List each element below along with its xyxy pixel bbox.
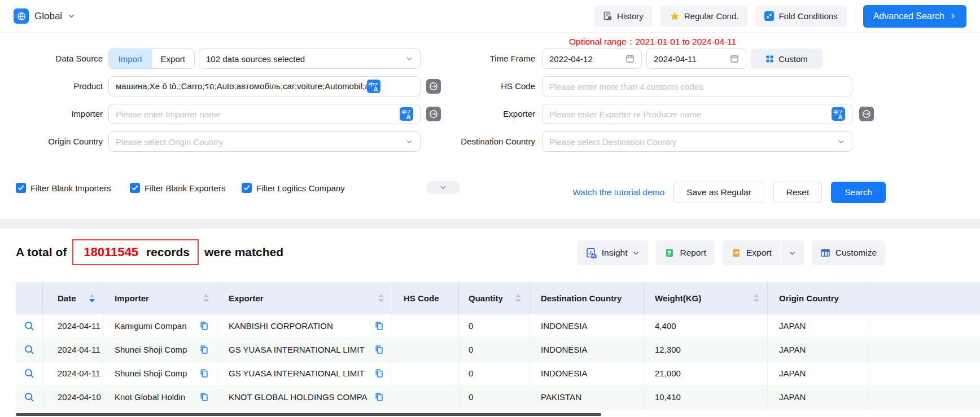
cell-exporter: KANBISHI CORPORATION [217,314,392,337]
copy-icon[interactable] [199,345,209,354]
cell-quantity: 0 [459,362,530,385]
customize-columns-icon [820,248,830,258]
copy-icon[interactable] [374,392,384,402]
history-button[interactable]: History [594,6,653,27]
region-selector[interactable]: Global [14,8,75,24]
translate-icon[interactable]: 中A [832,107,845,121]
copy-icon[interactable] [199,392,209,402]
exporter-match-mode-button[interactable] [859,107,874,121]
row-detail-button[interactable] [24,344,35,355]
globe-icon [14,8,29,24]
cell-importer: Shunei Shoji Comp [103,338,217,361]
cell-destination-country: PAKISTAN [530,385,644,409]
product-input[interactable]: машина;Xe ô tô.;Carro;รถ;Auto;автомобіль… [108,76,421,96]
search-button[interactable]: Search [831,182,886,203]
data-sources-select[interactable]: 102 data sources selected [199,49,421,69]
exporter-name[interactable]: KANBISHI CORPORATION [229,321,333,331]
importer-name[interactable]: Shunei Shoji Comp [115,368,187,378]
cell-origin-country: JAPAN [768,385,869,409]
top-actions: History Regular Cond. Fold Conditions Ad… [594,5,966,28]
calendar-icon [625,54,635,63]
row-detail-button[interactable] [24,392,35,403]
advanced-search-button[interactable]: Advanced Search [863,5,966,28]
importer-name[interactable]: Knot Global Holdin [115,392,185,402]
copy-icon[interactable] [199,321,209,331]
cell-detail [16,338,43,361]
cell-weight: 10,410 [644,385,768,409]
importer-label: Importer [0,104,103,124]
sort-icons[interactable] [754,294,759,302]
destination-country-select[interactable]: Please select Destination Country [542,131,852,152]
translate-icon[interactable]: 中A [367,80,380,93]
cell-destination-country: INDONESIA [530,362,644,385]
tab-export[interactable]: Export [152,49,195,68]
filter-blank-exporters[interactable]: Filter Blank Exporters [130,181,225,195]
reset-button[interactable]: Reset [773,182,823,203]
export-button[interactable]: Export [723,240,780,265]
cell-date: 2024-04-10 [43,385,103,409]
checkbox-checked-icon[interactable] [242,183,252,193]
cell-filler [869,314,980,337]
row-detail-button[interactable] [24,368,35,379]
header-weight[interactable]: Weight(KG) [644,282,768,314]
export-button-group: Export [723,240,804,265]
export-icon [731,248,741,258]
exporter-name[interactable]: GS YUASA INTERNATIONAL LIMIT [229,368,365,378]
header-importer[interactable]: Importer [103,282,217,314]
checkbox-checked-icon[interactable] [130,183,140,193]
exporter-name[interactable]: KNOT GLOBAL HOLDINGS COMPA [229,392,368,402]
horizontal-scrollbar-thumb[interactable] [16,413,601,416]
table-row: 2024-04-11 Shunei Shoji Comp GS YUASA IN… [16,338,980,362]
header-date[interactable]: Date [43,282,103,314]
tab-import[interactable]: Import [109,49,152,68]
copy-icon[interactable] [374,368,384,378]
copy-icon[interactable] [374,321,384,331]
exporter-name[interactable]: GS YUASA INTERNATIONAL LIMIT [229,345,365,354]
report-button[interactable]: Report [656,240,715,265]
copy-icon[interactable] [199,368,209,378]
row-detail-button[interactable] [24,321,35,332]
regular-cond-button[interactable]: Regular Cond. [660,6,748,27]
form-actions: Watch the tutorial demo Save as Regular … [572,182,886,203]
hs-code-label: HS Code [395,76,535,96]
sort-icons[interactable] [378,294,384,302]
chevron-down-icon [632,249,640,257]
end-date-input[interactable]: 2024-04-11 [646,49,746,69]
tutorial-demo-link[interactable]: Watch the tutorial demo [572,187,664,197]
save-as-regular-button[interactable]: Save as Regular [673,182,764,203]
expand-conditions-button[interactable] [426,181,460,194]
time-frame-label: Time Frame [395,49,535,69]
summary-prefix: A total of [16,245,67,259]
cell-quantity: 0 [459,338,530,361]
table-row: 2024-04-11 Shunei Shoji Comp GS YUASA IN… [16,362,980,385]
start-date-input[interactable]: 2022-04-12 [542,49,642,69]
copy-icon[interactable] [374,345,384,354]
cell-importer: Kamigumi Compan [103,314,217,337]
importer-name[interactable]: Kamigumi Compan [115,321,187,331]
header-quantity[interactable]: Quantity [459,282,530,314]
cell-filler [869,362,980,385]
export-menu-button[interactable] [781,240,804,265]
custom-range-button[interactable]: Custom [751,49,823,69]
sort-icons[interactable] [515,294,521,302]
insight-button[interactable]: BI Insight [578,240,649,265]
sort-icons[interactable] [89,294,95,302]
fold-conditions-button[interactable]: Fold Conditions [755,6,846,27]
header-exporter[interactable]: Exporter [217,282,392,314]
table-row: 2024-04-10 Knot Global Holdin KNOT GLOBA… [16,385,980,409]
record-count: 18011545 [84,245,138,260]
filter-logistics-company[interactable]: Filter Logitics Company [242,181,345,195]
checkbox-checked-icon[interactable] [16,183,26,193]
customize-button[interactable]: Customize [812,240,885,265]
header-origin-country: Origin Country [768,282,869,314]
sort-icons[interactable] [203,294,209,302]
importer-name[interactable]: Shunei Shoji Comp [115,345,187,354]
origin-country-select[interactable]: Please select Origin Country [108,131,421,152]
filter-blank-importers[interactable]: Filter Blank Importers [16,181,111,195]
exporter-input[interactable]: Please enter Exporter or Producer name 中… [542,104,852,124]
importer-input[interactable]: Please enter Importer name 中A [108,104,421,124]
cell-exporter: GS YUASA INTERNATIONAL LIMIT [217,362,392,385]
cell-quantity: 0 [459,314,530,337]
cell-filler [869,338,980,361]
hs-code-input[interactable]: Please enter more than 4 customs codes [542,76,852,96]
